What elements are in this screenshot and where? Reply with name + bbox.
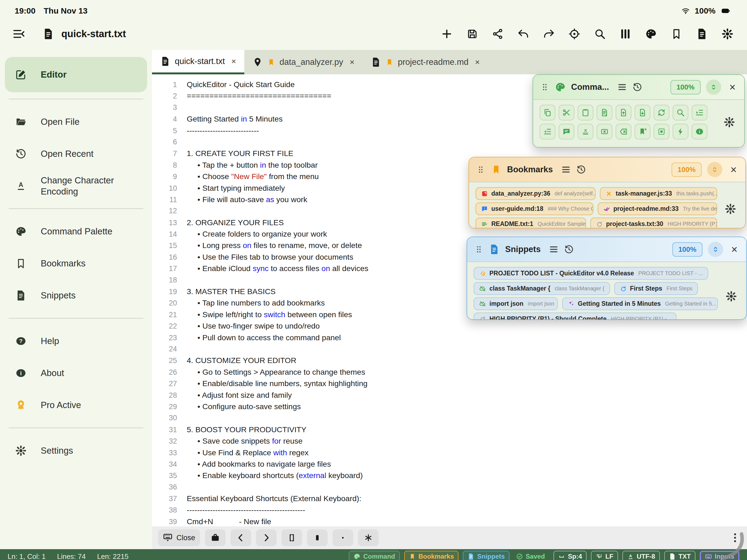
tab-close-icon[interactable]: × <box>231 57 236 66</box>
sidebar-item-command-palette[interactable]: Command Palette <box>5 215 147 247</box>
snippet-chip-getting-started-in-5-minutes[interactable]: Getting Started in 5 MinutesGetting Star… <box>562 297 718 310</box>
sidebar-collapse-button[interactable] <box>12 27 26 41</box>
history-button[interactable] <box>576 165 586 175</box>
bookmarks-button[interactable] <box>670 28 682 40</box>
line-number[interactable]: 17 <box>161 263 177 274</box>
line-number[interactable]: 5 <box>161 125 177 136</box>
panel-settings-button[interactable] <box>724 116 735 128</box>
line-number[interactable]: 33 <box>161 447 177 458</box>
cmd-cut-button[interactable] <box>559 105 574 121</box>
history-button[interactable] <box>564 244 574 254</box>
list-view-button[interactable] <box>617 82 627 92</box>
line-number[interactable]: 21 <box>161 309 177 320</box>
line-number[interactable]: 27 <box>161 378 177 389</box>
share-button[interactable] <box>492 28 504 40</box>
bookmark-chip-readme-txt-1[interactable]: README.txt:1QuickEditor Sample F... <box>475 218 586 229</box>
zoom-stepper[interactable] <box>706 80 721 95</box>
snippet-chip-high-priority-p1-should-complete[interactable]: HIGH PRIORITY (P1) - Should CompleteHIGH… <box>474 313 676 320</box>
line-number[interactable]: 31 <box>161 424 177 435</box>
line-number[interactable]: 28 <box>161 390 177 401</box>
tab-data-analyzer-py[interactable]: data_analyzer.py× <box>244 50 363 74</box>
line-number[interactable]: 30 <box>161 412 177 424</box>
line-number[interactable]: 22 <box>161 320 177 332</box>
line-number[interactable]: 32 <box>161 435 177 447</box>
drag-handle-icon[interactable] <box>476 165 485 174</box>
line-number[interactable]: 10 <box>161 183 177 194</box>
line-number[interactable]: 34 <box>161 458 177 470</box>
line-number[interactable]: 35 <box>161 470 177 481</box>
line-number[interactable]: 29 <box>161 401 177 412</box>
line-number[interactable]: 3 <box>161 102 177 113</box>
snippets-button[interactable] <box>696 28 708 40</box>
accessory-chev-right-button[interactable] <box>256 529 277 546</box>
sidebar-item-open-recent[interactable]: Open Recent <box>5 138 147 170</box>
sidebar-item-change-character-encoding[interactable]: AChange Character Encoding <box>5 170 147 202</box>
line-number[interactable]: 36 <box>161 481 177 493</box>
snippet-chip-class-taskmanager[interactable]: class TaskManager {class TaskManager { <box>474 282 610 295</box>
sidebar-item-snippets[interactable]: Snippets <box>5 279 147 312</box>
close-panel-button[interactable]: × <box>728 81 737 93</box>
cmd-outdent-button[interactable] <box>540 124 556 139</box>
tab-project-readme-md[interactable]: project-readme.md× <box>363 50 488 74</box>
snippet-chip-first-steps[interactable]: First StepsFirst Steps <box>614 282 698 295</box>
accessory-brackets-button[interactable] <box>282 529 302 546</box>
undo-button[interactable] <box>517 28 529 40</box>
line-number[interactable]: 1 <box>161 79 177 90</box>
line-number[interactable]: 38 <box>161 504 177 516</box>
line-number[interactable]: 20 <box>161 297 177 309</box>
line-number[interactable]: 13 <box>161 217 177 229</box>
cmd-bookmark-add-button[interactable] <box>635 124 650 139</box>
cmd-paste-button[interactable] <box>577 105 593 121</box>
line-number[interactable]: 15 <box>161 240 177 251</box>
accessory-dot-button[interactable] <box>333 529 353 546</box>
bookmark-chip-project-readme-md-33[interactable]: project-readme.md:33Try the live demo: [… <box>598 203 717 215</box>
redo-button[interactable] <box>543 28 555 40</box>
tab-close-icon[interactable]: × <box>475 57 480 67</box>
line-number[interactable]: 25 <box>161 355 177 366</box>
line-number[interactable]: 9 <box>161 171 177 182</box>
sidebar-item-editor[interactable]: Editor <box>5 57 147 92</box>
bookmark-chip-user-guide-md-18[interactable]: !user-guide.md:18### Why Choose Quick... <box>475 203 593 215</box>
list-view-button[interactable] <box>561 165 571 175</box>
line-number[interactable]: 26 <box>161 367 177 378</box>
footer-chip-command[interactable]: Command <box>349 551 400 560</box>
footer-chip-utf-8[interactable]: AUTF-8 <box>622 551 660 560</box>
sidebar-item-bookmarks[interactable]: Bookmarks <box>5 247 147 279</box>
panel-settings-button[interactable] <box>726 291 737 302</box>
tab-close-icon[interactable]: × <box>350 57 355 67</box>
sidebar-item-about[interactable]: iAbout <box>5 357 147 389</box>
cmd-refresh-button[interactable] <box>654 105 669 121</box>
cmd-page-down-button[interactable] <box>635 105 650 121</box>
cmd-page-up-button[interactable] <box>616 105 632 121</box>
line-number[interactable]: 18 <box>161 274 177 286</box>
more-options-button[interactable] <box>729 532 741 544</box>
footer-chip-inputs[interactable]: Inputs <box>700 551 739 560</box>
cmd-select-line-button[interactable] <box>597 105 612 121</box>
layout-columns-button[interactable] <box>619 28 632 40</box>
drag-handle-icon[interactable] <box>474 245 484 254</box>
save-button[interactable] <box>466 28 478 40</box>
panel-settings-button[interactable] <box>725 203 736 215</box>
accessory-asterisk-button[interactable] <box>358 529 379 546</box>
footer-chip-snippets[interactable]: Snippets <box>463 551 509 560</box>
accessory-chev-left-button[interactable] <box>230 529 251 546</box>
command-palette-button[interactable] <box>645 28 657 40</box>
cmd-strike-button[interactable]: X <box>577 124 593 139</box>
tab-quick-start-txt[interactable]: quick-start.txt× <box>152 50 244 74</box>
line-number[interactable]: 23 <box>161 332 177 344</box>
new-file-button[interactable] <box>441 28 453 40</box>
cmd-tag-x-button[interactable] <box>597 124 612 139</box>
search-button[interactable] <box>594 28 606 40</box>
bookmark-chip-data-analyzer-py-36[interactable]: data_analyzer.py:36def analyze(self... <box>475 187 595 200</box>
bookmark-chip-project-tasks-txt-30[interactable]: project-tasks.txt:30HIGH PRIORITY (P1) -… <box>590 218 717 229</box>
snippet-chip-import-json[interactable]: import jsonimport json <box>474 297 558 310</box>
line-number[interactable]: 19 <box>161 286 177 297</box>
cmd-bolt-button[interactable] <box>673 124 688 139</box>
sidebar-item-settings[interactable]: Settings <box>5 435 147 466</box>
accessory-briefcase-button[interactable] <box>205 529 226 546</box>
close-panel-button[interactable]: × <box>729 164 738 175</box>
line-number[interactable]: 6 <box>161 136 177 148</box>
bookmark-chip-task-manager-js-33[interactable]: task-manager.js:33this.tasks.push(... <box>600 187 717 200</box>
sidebar-item-open-file[interactable]: Open File <box>5 106 147 138</box>
sidebar-item-pro-active[interactable]: Pro Active <box>5 389 147 421</box>
